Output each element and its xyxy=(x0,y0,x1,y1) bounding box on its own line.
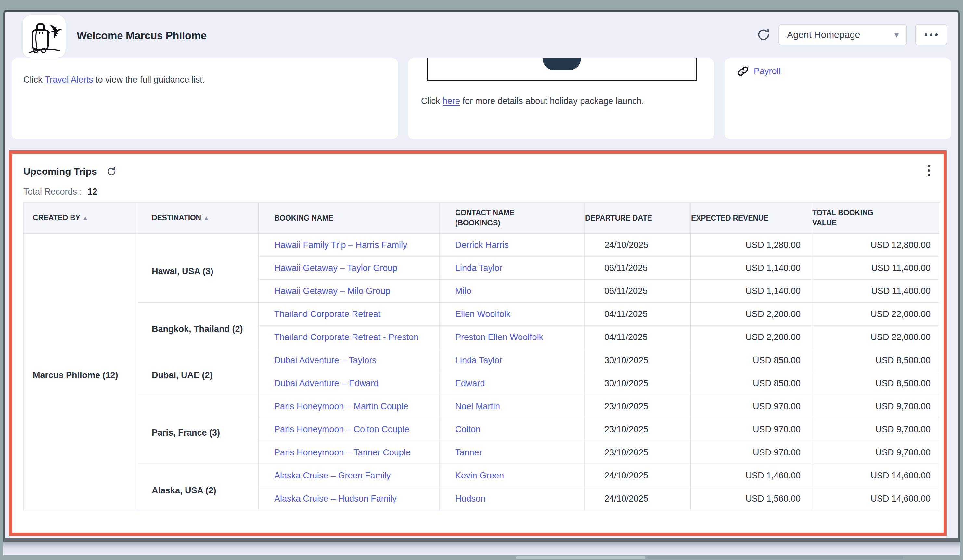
contact-link[interactable]: Edward xyxy=(455,379,485,388)
table-row: Dubai, UAE (2) Dubai Adventure – Taylors… xyxy=(24,349,940,372)
upcoming-trips-table: CREATED BY▲ DESTINATION▲ BOOKING NAME CO… xyxy=(23,202,940,510)
booking-link[interactable]: Paris Honeymoon – Martin Couple xyxy=(274,401,409,411)
sort-asc-icon: ▲ xyxy=(84,215,87,221)
departure-date-cell: 30/10/2025 xyxy=(585,372,691,395)
holiday-details-link[interactable]: here xyxy=(443,96,460,106)
total-booking-value-cell: USD 14,600.00 xyxy=(812,464,940,487)
column-header-contact-name[interactable]: CONTACT NAME(BOOKINGS) xyxy=(439,203,585,233)
departure-date-cell: 23/10/2025 xyxy=(585,441,691,464)
booking-link[interactable]: Dubai Adventure – Edward xyxy=(274,379,378,388)
table-row: Paris, France (3) Paris Honeymoon – Mart… xyxy=(24,395,940,418)
total-booking-value-cell: USD 22,000.00 xyxy=(812,303,940,326)
travel-alerts-link[interactable]: Travel Alerts xyxy=(45,75,93,84)
desktop: { "header": { "title": "Welcome Marcus P… xyxy=(0,0,963,560)
column-header-departure-date[interactable]: DEPARTURE DATE xyxy=(585,203,691,233)
holiday-package-card: Click here for more details about holida… xyxy=(408,58,714,139)
total-records: Total Records : 12 xyxy=(23,187,97,197)
expected-revenue-cell: USD 2,200.00 xyxy=(691,303,812,326)
total-booking-value-cell: USD 9,700.00 xyxy=(812,418,940,441)
holiday-package-image xyxy=(427,58,697,81)
booking-link[interactable]: Paris Honeymoon – Tanner Couple xyxy=(274,448,411,457)
contact-name-cell: Kevin Green xyxy=(439,464,585,487)
departure-date-cell: 04/11/2025 xyxy=(585,326,691,349)
booking-link[interactable]: Hawaii Family Trip – Harris Family xyxy=(274,240,407,250)
destination-group-cell: Dubai, UAE (2) xyxy=(138,349,259,395)
table-row: Bangkok, Thailand (2) Thailand Corporate… xyxy=(24,303,940,326)
expected-revenue-cell: USD 1,280.00 xyxy=(691,233,812,257)
contact-name-cell: Derrick Harris xyxy=(439,233,585,257)
expected-revenue-cell: USD 850.00 xyxy=(691,372,812,395)
total-booking-value-cell: USD 8,500.00 xyxy=(812,372,940,395)
departure-date-cell: 30/10/2025 xyxy=(585,349,691,372)
contact-link[interactable]: Milo xyxy=(455,286,472,296)
refresh-icon[interactable] xyxy=(756,28,771,42)
contact-link[interactable]: Ellen Woolfolk xyxy=(455,309,511,319)
contact-link[interactable]: Derrick Harris xyxy=(455,240,509,250)
ellipsis-icon xyxy=(925,34,927,36)
contact-link[interactable]: Preston Ellen Woolfolk xyxy=(455,332,543,342)
payroll-row: Payroll xyxy=(738,66,781,77)
contact-link[interactable]: Tanner xyxy=(455,448,482,457)
total-booking-value-cell: USD 14,600.00 xyxy=(812,487,940,510)
total-booking-value-cell: USD 12,800.00 xyxy=(812,233,940,257)
contact-name-cell: Colton xyxy=(439,418,585,441)
expected-revenue-cell: USD 850.00 xyxy=(691,349,812,372)
panel-title: Upcoming Trips xyxy=(23,166,97,177)
booking-link[interactable]: Hawaii Getaway – Taylor Group xyxy=(274,263,397,273)
booking-name-cell: Alaska Cruise – Hudson Family xyxy=(259,487,439,510)
contact-link[interactable]: Linda Taylor xyxy=(455,355,502,365)
booking-name-cell: Paris Honeymoon – Martin Couple xyxy=(259,395,439,418)
booking-link[interactable]: Dubai Adventure – Taylors xyxy=(274,355,376,365)
panel-title-row: Upcoming Trips xyxy=(23,166,117,177)
booking-link[interactable]: Hawaii Getaway – Milo Group xyxy=(274,286,390,296)
booking-link[interactable]: Paris Honeymoon – Colton Couple xyxy=(274,424,409,434)
expected-revenue-cell: USD 970.00 xyxy=(691,418,812,441)
sort-asc-icon: ▲ xyxy=(204,215,208,221)
departure-date-cell: 06/11/2025 xyxy=(585,257,691,280)
refresh-icon[interactable] xyxy=(106,166,117,177)
more-options-button[interactable] xyxy=(915,24,947,45)
contact-link[interactable]: Kevin Green xyxy=(455,471,504,481)
contact-link[interactable]: Hudson xyxy=(455,494,485,503)
column-header-destination[interactable]: DESTINATION▲ xyxy=(138,203,259,233)
contact-name-cell: Linda Taylor xyxy=(439,257,585,280)
booking-name-cell: Dubai Adventure – Taylors xyxy=(259,349,439,372)
column-header-created-by[interactable]: CREATED BY▲ xyxy=(24,203,138,233)
booking-name-cell: Paris Honeymoon – Colton Couple xyxy=(259,418,439,441)
contact-name-cell: Edward xyxy=(439,372,585,395)
expected-revenue-cell: USD 970.00 xyxy=(691,395,812,418)
booking-name-cell: Thailand Corporate Retreat xyxy=(259,303,439,326)
booking-name-cell: Dubai Adventure – Edward xyxy=(259,372,439,395)
total-booking-value-cell: USD 11,400.00 xyxy=(812,280,940,303)
header-controls: Agent Homepage ▾ xyxy=(756,24,947,45)
departure-date-cell: 24/10/2025 xyxy=(585,233,691,257)
image-shape xyxy=(543,58,581,70)
holiday-text: Click here for more details about holida… xyxy=(421,96,644,106)
booking-link[interactable]: Thailand Corporate Retreat - Preston xyxy=(274,332,418,342)
payroll-link[interactable]: Payroll xyxy=(754,66,781,76)
chevron-down-icon: ▾ xyxy=(895,30,899,40)
contact-name-cell: Milo xyxy=(439,280,585,303)
column-header-total-booking-value[interactable]: TOTAL BOOKINGVALUE xyxy=(812,203,940,233)
app-window: ✈ Welcome Marcus Philome Agent Homepage … xyxy=(3,10,960,542)
contact-link[interactable]: Linda Taylor xyxy=(455,263,502,273)
panel-menu-icon[interactable] xyxy=(926,163,932,178)
contact-link[interactable]: Noel Martin xyxy=(455,401,500,411)
contact-name-cell: Ellen Woolfolk xyxy=(439,303,585,326)
contact-link[interactable]: Colton xyxy=(455,424,480,434)
booking-name-cell: Hawaii Family Trip – Harris Family xyxy=(259,233,439,257)
total-booking-value-cell: USD 9,700.00 xyxy=(812,441,940,464)
column-header-expected-revenue[interactable]: EXPECTED REVENUE xyxy=(691,203,812,233)
booking-name-cell: Hawaii Getaway – Milo Group xyxy=(259,280,439,303)
departure-date-cell: 24/10/2025 xyxy=(585,487,691,510)
table-row: Alaska, USA (2) Alaska Cruise – Green Fa… xyxy=(24,464,940,487)
homepage-selector[interactable]: Agent Homepage ▾ xyxy=(778,24,907,45)
booking-link[interactable]: Alaska Cruise – Green Family xyxy=(274,471,391,481)
column-header-booking-name[interactable]: BOOKING NAME xyxy=(259,203,439,233)
booking-link[interactable]: Thailand Corporate Retreat xyxy=(274,309,381,319)
horizontal-scrollbar-thumb[interactable] xyxy=(516,556,645,559)
booking-link[interactable]: Alaska Cruise – Hudson Family xyxy=(274,494,397,503)
guidance-text: Click Travel Alerts to view the full gui… xyxy=(23,75,205,85)
booking-name-cell: Thailand Corporate Retreat - Preston xyxy=(259,326,439,349)
destination-group-cell: Alaska, USA (2) xyxy=(138,464,259,510)
